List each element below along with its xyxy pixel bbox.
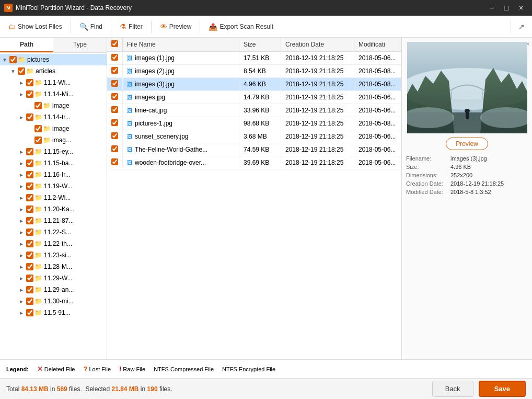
tree-expand-pictures[interactable]: ▼ [1,56,8,63]
tree-checkbox-11.15-ba[interactable] [26,159,33,167]
tree-expand-11.29-an[interactable]: ► [18,286,25,293]
tree-item-11.19-w[interactable]: ►📁11.19-W... [0,180,107,192]
save-button[interactable]: Save [479,381,526,397]
table-row[interactable]: 🖼images (1).jpg17.51 KB2018-12-19 21:18:… [107,52,401,65]
file-checkbox-2[interactable] [111,80,118,87]
tree-expand-11.2-wi[interactable]: ► [18,194,25,201]
tree-checkbox-11.20-ka[interactable] [26,206,33,213]
select-all-checkbox[interactable] [111,40,118,47]
tree-checkbox-11.21-87[interactable] [26,217,33,224]
tree-checkbox-11.5-91[interactable] [26,309,33,316]
tree-checkbox-11.14-mi[interactable] [26,90,33,98]
th-checkbox[interactable] [107,38,123,52]
tab-path[interactable]: Path [0,38,53,52]
maximize-button[interactable]: □ [500,3,513,13]
tree-checkbox-11.29-an[interactable] [26,286,33,293]
tree-expand-11.14-mi[interactable]: ► [18,90,25,98]
table-row[interactable]: 🖼sunset_scenery.jpg3.68 MB2018-12-19 21:… [107,130,401,143]
tree-expand-11.30-mi[interactable]: ► [18,298,25,305]
tree-item-11.30-mi[interactable]: ►📁11.30-mi... [0,295,107,307]
tree-item-11.14-tr[interactable]: ►📁11.14-tr... [0,111,107,123]
tree-item-pictures[interactable]: ▼📁pictures [0,54,107,65]
tree-expand-11.1-wi[interactable]: ► [18,79,25,86]
tree-item-11.29-w[interactable]: ►📁11.29-W... [0,272,107,284]
tree-item-11.22-th[interactable]: ►📁11.22-th... [0,238,107,249]
preview-button[interactable]: Preview [446,138,488,150]
tree-checkbox-image1[interactable] [34,102,42,109]
tree-item-11.20-ka[interactable]: ►📁11.20-Ka... [0,203,107,215]
tree-item-11.16-ir[interactable]: ►📁11.16-Ir... [0,169,107,180]
export-scan-result-button[interactable]: 📤 Export Scan Result [204,20,277,33]
tree-expand-11.22-th[interactable]: ► [18,240,25,247]
tree-expand-11.29-w[interactable]: ► [18,275,25,282]
table-row[interactable]: 🖼pictures-1.jpg98.68 KB2018-12-19 21:18:… [107,117,401,130]
show-lost-files-button[interactable]: 🗂 Show Lost Files [4,20,66,33]
tree-item-11.22-s[interactable]: ►📁11.22-S... [0,226,107,238]
file-checkbox-8[interactable] [111,158,118,165]
tree-expand-image1[interactable] [26,102,33,109]
tree-expand-11.5-91[interactable]: ► [18,309,25,316]
tree-expand-11.14-tr[interactable]: ► [18,113,25,121]
tree-item-11.1-wi[interactable]: ►📁11.1-Wi... [0,77,107,88]
tree-item-image2[interactable]: 📁image [0,123,107,134]
table-row[interactable]: 🖼wooden-footbridge-over...39.69 KB2018-1… [107,156,401,169]
tree-expand-imag[interactable] [26,136,33,144]
tree-expand-11.20-ka[interactable]: ► [18,206,25,213]
tree-item-11.15-ba[interactable]: ►📁11.15-ba... [0,157,107,169]
find-button[interactable]: 🔍 Find [75,20,107,33]
tree-checkbox-11.29-w[interactable] [26,275,33,282]
tree-item-11.29-an[interactable]: ►📁11.29-an... [0,284,107,295]
filter-button[interactable]: ⚗ Filter [115,20,147,33]
tree-expand-11.21-87[interactable]: ► [18,217,25,224]
table-row[interactable]: 🖼images (2).jpg8.54 KB2018-12-19 21:18:2… [107,65,401,78]
tree-checkbox-11.14-tr[interactable] [26,113,33,121]
tree-checkbox-11.28-m[interactable] [26,263,33,270]
tree-checkbox-11.2-wi[interactable] [26,194,33,201]
tree-expand-11.19-w[interactable]: ► [18,183,25,190]
tree-checkbox-11.22-s[interactable] [26,229,33,236]
file-checkbox-6[interactable] [111,132,118,139]
tree-checkbox-11.19-w[interactable] [26,183,33,190]
file-checkbox-7[interactable] [111,145,118,152]
tree-item-11.23-si[interactable]: ►📁11.23-si... [0,249,107,261]
tree-checkbox-11.15-ey[interactable] [26,148,33,155]
tree-expand-11.23-si[interactable]: ► [18,252,25,259]
tree-checkbox-11.23-si[interactable] [26,252,33,259]
tree-checkbox-image2[interactable] [34,125,42,132]
tree-checkbox-11.16-ir[interactable] [26,171,33,178]
table-row[interactable]: 🖼images.jpg14.79 KB2018-12-19 21:18:2520… [107,91,401,104]
tree-expand-11.22-s[interactable]: ► [18,229,25,236]
tree-item-11.5-91[interactable]: ►📁11.5-91... [0,307,107,318]
tree-expand-11.28-m[interactable]: ► [18,263,25,270]
tree-checkbox-pictures[interactable] [9,56,17,63]
file-checkbox-1[interactable] [111,67,118,74]
share-button[interactable]: ↗ [515,20,528,33]
tree-item-image1[interactable]: 📁image [0,100,107,111]
tree-checkbox-articles[interactable] [18,67,25,75]
tree-expand-11.16-ir[interactable]: ► [18,171,25,178]
tree-item-11.15-ey[interactable]: ►📁11.15-ey... [0,146,107,157]
tree-expand-articles[interactable]: ▼ [9,67,17,75]
back-button[interactable]: Back [432,381,473,397]
tree-item-11.2-wi[interactable]: ►📁11.2-Wi... [0,192,107,203]
tree-checkbox-11.22-th[interactable] [26,240,33,247]
preview-toolbar-button[interactable]: 👁 Preview [156,20,196,33]
file-checkbox-5[interactable] [111,119,118,126]
tree-item-11.21-87[interactable]: ►📁11.21-87... [0,215,107,226]
tree-checkbox-11.30-mi[interactable] [26,298,33,305]
file-checkbox-0[interactable] [111,54,118,61]
table-row[interactable]: 🖼The-Feline-World-Gathe...74.59 KB2018-1… [107,143,401,156]
file-checkbox-3[interactable] [111,93,118,100]
minimize-button[interactable]: − [485,3,499,13]
file-checkbox-4[interactable] [111,106,118,113]
tree-item-articles[interactable]: ▼📁articles [0,65,107,77]
tree-item-11.14-mi[interactable]: ►📁11.14-Mi... [0,88,107,100]
tree-checkbox-imag[interactable] [34,136,42,144]
tree-expand-11.15-ey[interactable]: ► [18,148,25,155]
tree-item-imag[interactable]: 📁imag... [0,134,107,146]
tree-checkbox-11.1-wi[interactable] [26,79,33,86]
close-button[interactable]: × [514,3,528,13]
tab-type[interactable]: Type [53,38,107,52]
tree-item-11.28-m[interactable]: ►📁11.28-M... [0,261,107,272]
table-row[interactable]: 🖼images (3).jpg4.96 KB2018-12-19 21:18:2… [107,78,401,91]
